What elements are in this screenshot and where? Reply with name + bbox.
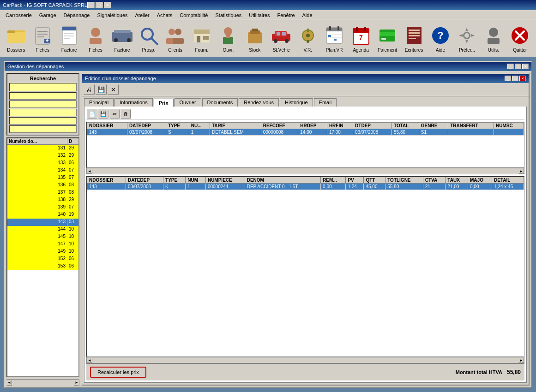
edition-close[interactable]: ✕ bbox=[519, 76, 526, 81]
menu-aide[interactable]: Aide bbox=[299, 12, 316, 19]
tab-email[interactable]: Email bbox=[314, 98, 337, 107]
toolbar-ecritures[interactable]: Ecritures bbox=[402, 24, 426, 53]
scroll-right-btn[interactable]: ► bbox=[74, 380, 79, 386]
toolbar-facture2[interactable]: Facture bbox=[110, 24, 134, 53]
bottom-table-header-cell: NUMPIECE bbox=[205, 177, 245, 184]
tab-historique[interactable]: Historique bbox=[280, 98, 313, 107]
list-item[interactable]: 13608 bbox=[7, 182, 78, 189]
toolbar-fiches1[interactable]: Fiches bbox=[30, 24, 54, 53]
tab-documents[interactable]: Documents bbox=[202, 98, 238, 107]
toolbar-vr[interactable]: V.R. bbox=[295, 24, 320, 53]
menu-garage[interactable]: Garage bbox=[36, 12, 60, 19]
vr-label: V.R. bbox=[303, 48, 312, 53]
toolbar-dossiers[interactable]: Dossiers bbox=[4, 24, 28, 53]
list-item[interactable]: 13907 bbox=[7, 204, 78, 211]
menu-atelier[interactable]: Atelier bbox=[132, 12, 153, 19]
list-item[interactable]: 13306 bbox=[7, 160, 78, 167]
tab-principal[interactable]: Principal bbox=[84, 98, 114, 107]
gestion-window: Gestion des dépannages _ □ ✕ Recherche bbox=[4, 61, 532, 388]
top-table-row[interactable]: 14303/07/2008S1DETABEL SEM0000000814:001… bbox=[87, 129, 524, 136]
list-hscroll[interactable]: ◄ ► bbox=[6, 379, 79, 386]
tab-prix[interactable]: Prix bbox=[154, 99, 174, 107]
list-item[interactable]: 13507 bbox=[7, 174, 78, 182]
fiches1-label: Fiches bbox=[36, 48, 49, 53]
bottom-table-hscroll[interactable]: ◄ ► bbox=[86, 357, 524, 363]
search-field-4[interactable] bbox=[9, 109, 77, 116]
cancel-btn[interactable]: ✕ bbox=[108, 84, 119, 95]
scroll-left-btn[interactable]: ◄ bbox=[6, 380, 12, 386]
list-item[interactable]: 14019 bbox=[7, 211, 78, 219]
toolbar-planvr[interactable]: Plan.VR bbox=[322, 24, 346, 53]
toolbar-paiement[interactable]: Paiement bbox=[375, 24, 399, 53]
toolbar-facture1[interactable]: Facture bbox=[57, 24, 81, 53]
list-item[interactable]: 13708 bbox=[7, 189, 78, 196]
top-scroll-left[interactable]: ◄ bbox=[87, 168, 92, 174]
list-item[interactable]: 15306 bbox=[7, 263, 78, 270]
list-item[interactable]: 13829 bbox=[7, 196, 78, 204]
tab-ouvrier[interactable]: Ouvrier bbox=[175, 98, 201, 107]
toolbar-stock[interactable]: Stock bbox=[242, 24, 267, 53]
maximize-btn[interactable]: □ bbox=[96, 2, 103, 8]
list-item[interactable]: 14410 bbox=[7, 226, 78, 233]
list-item[interactable]: 14910 bbox=[7, 248, 78, 255]
prix-new-btn[interactable]: 📄 bbox=[87, 109, 97, 119]
gestion-minimize[interactable]: _ bbox=[507, 64, 514, 69]
toolbar-agenda[interactable]: 7 Agenda bbox=[349, 24, 373, 53]
minimize-btn[interactable]: _ bbox=[87, 2, 95, 8]
save-btn[interactable]: 💾 bbox=[96, 84, 107, 95]
toolbar-ouvr[interactable]: Ouvr. bbox=[216, 24, 241, 53]
top-scroll-right[interactable]: ► bbox=[518, 168, 524, 174]
prix-edit-btn[interactable]: ✏ bbox=[109, 109, 120, 119]
prix-save-btn[interactable]: 💾 bbox=[98, 109, 108, 119]
edition-minimize[interactable]: _ bbox=[505, 76, 511, 81]
print-btn[interactable]: 🖨 bbox=[84, 84, 95, 95]
menu-depannage[interactable]: Dépannage bbox=[60, 12, 94, 19]
gestion-close[interactable]: ✕ bbox=[522, 64, 529, 69]
list-item[interactable]: 14710 bbox=[7, 241, 78, 248]
toolbar-utilis[interactable]: Utilis. bbox=[481, 24, 506, 53]
bottom-table-container[interactable]: NDOSSIERDATEDEPTYPENUMNUMPIECEDENOMREM..… bbox=[86, 176, 524, 357]
recalc-btn[interactable]: Recalculer les prix bbox=[90, 367, 146, 378]
utilis-label: Utilis. bbox=[488, 48, 499, 53]
search-field-6[interactable] bbox=[9, 125, 77, 133]
menu-fenetre[interactable]: Fenêtre bbox=[274, 12, 299, 19]
list-item[interactable]: 14303 bbox=[7, 219, 78, 226]
edition-restore[interactable]: □ bbox=[512, 76, 518, 81]
toolbar-prosp[interactable]: Prosp. bbox=[136, 24, 161, 53]
toolbar-prefer[interactable]: Préfer... bbox=[455, 24, 479, 53]
toolbar-quitter[interactable]: Quitter bbox=[508, 24, 532, 53]
list-item[interactable]: 15206 bbox=[7, 255, 78, 263]
list-item[interactable]: 13129 bbox=[7, 145, 78, 152]
top-table-hscroll[interactable]: ◄ ► bbox=[86, 168, 524, 174]
menu-signaletiques[interactable]: Signalétiques bbox=[93, 12, 131, 19]
search-input-1[interactable] bbox=[9, 83, 77, 91]
menu-utilitaires[interactable]: Utilitaires bbox=[245, 12, 273, 19]
toolbar-aide[interactable]: ? Aide bbox=[428, 24, 452, 53]
tab-informations[interactable]: Informations bbox=[114, 98, 153, 107]
list-item[interactable]: 13407 bbox=[7, 167, 78, 174]
list-item[interactable]: 13229 bbox=[7, 152, 78, 160]
menu-achats[interactable]: Achats bbox=[153, 12, 176, 19]
list-item[interactable]: 14510 bbox=[7, 233, 78, 241]
toolbar-clients[interactable]: Clients bbox=[163, 24, 187, 53]
search-field-3[interactable] bbox=[9, 101, 77, 108]
tab-rendezv[interactable]: Rendez-vous bbox=[239, 98, 279, 107]
toolbar-stvehic[interactable]: St.Véhic bbox=[269, 24, 294, 53]
top-table-container[interactable]: NDOSSIERDATEDEPTYPENU...TARIFREFCOEFHRDE… bbox=[86, 122, 524, 168]
menu-carrosserie[interactable]: Carrosserie bbox=[2, 12, 36, 19]
close-btn[interactable]: ✕ bbox=[104, 2, 111, 8]
menu-comptabilite[interactable]: Comptabilité bbox=[176, 12, 211, 19]
list-rows-container[interactable]: 1312913229133061340713507136081370813829… bbox=[7, 145, 78, 376]
bottom-scroll-left[interactable]: ◄ bbox=[87, 357, 92, 363]
bottom-table-row[interactable]: 14303/07/2008K100000244DEP ACCIDENT 0 - … bbox=[87, 184, 524, 190]
prix-delete-btn[interactable]: 🗑 bbox=[120, 109, 131, 119]
search-field-5[interactable] bbox=[9, 117, 77, 125]
toolbar-fourn[interactable]: Fourn. bbox=[189, 24, 214, 53]
search-field-2[interactable] bbox=[9, 92, 77, 100]
toolbar-fiches2[interactable]: Fiches bbox=[83, 24, 108, 53]
gestion-maximize[interactable]: □ bbox=[515, 64, 521, 69]
top-table-header-cell: TOTAL bbox=[392, 123, 419, 129]
menu-statistiques[interactable]: Statistiques bbox=[211, 12, 245, 19]
bottom-scroll-right[interactable]: ► bbox=[518, 357, 524, 363]
svg-point-21 bbox=[175, 29, 181, 35]
